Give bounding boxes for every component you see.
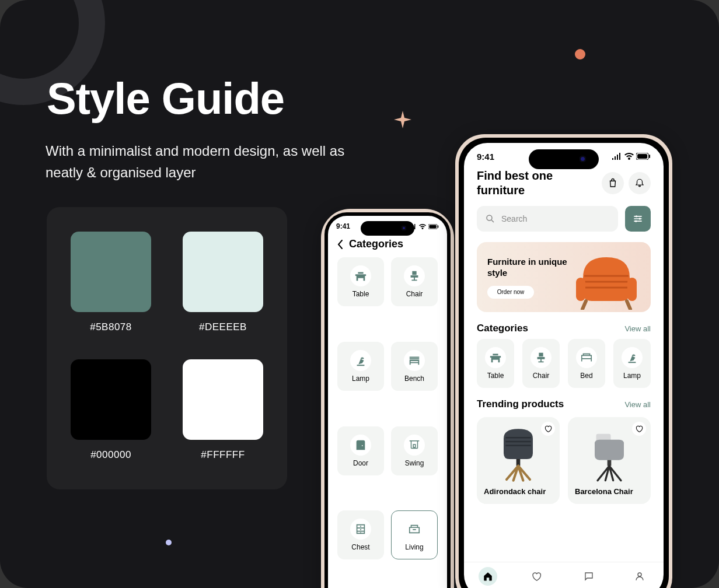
sparkle-icon xyxy=(394,111,411,128)
swatch-color xyxy=(183,232,263,312)
notifications-button[interactable] xyxy=(629,172,651,194)
dynamic-island xyxy=(529,149,599,169)
chair-icon xyxy=(535,351,547,364)
home-heading: Find best one furniture xyxy=(477,169,570,198)
cat-bed[interactable]: Bed xyxy=(568,339,605,388)
cat-bench[interactable]: Bench xyxy=(391,342,438,391)
cat-table[interactable]: Table xyxy=(337,257,384,306)
product-name: Barcelona Chair xyxy=(575,487,633,496)
armchair-illustration xyxy=(566,246,647,310)
cat-label: Chest xyxy=(351,543,369,551)
trending-viewall-link[interactable]: View all xyxy=(624,400,651,409)
table-icon xyxy=(354,270,367,282)
swatch-4: #FFFFFF xyxy=(181,359,265,465)
svg-point-8 xyxy=(639,218,641,219)
search-placeholder: Search xyxy=(501,214,527,223)
category-row: Table Chair Bed Lamp xyxy=(464,339,664,388)
heart-icon xyxy=(531,571,542,582)
svg-point-6 xyxy=(487,215,492,220)
product-image xyxy=(580,424,638,482)
cat-label: Lamp xyxy=(623,372,641,380)
cat-swing[interactable]: Swing xyxy=(391,426,438,475)
cat-table[interactable]: Table xyxy=(477,339,514,388)
cat-label: Bed xyxy=(580,372,592,380)
wifi-icon xyxy=(624,153,634,160)
swatch-2: #DEEEEB xyxy=(181,232,265,337)
filter-button[interactable] xyxy=(625,206,651,232)
cat-label: Bench xyxy=(404,374,424,383)
cat-lamp[interactable]: Lamp xyxy=(337,342,384,391)
nav-home[interactable]: Home xyxy=(479,567,497,589)
header-title: Categories xyxy=(349,238,403,250)
favorite-button[interactable] xyxy=(632,422,646,436)
search-icon xyxy=(485,214,495,224)
cat-chair[interactable]: Chair xyxy=(522,339,560,388)
product-card[interactable]: Barcelona Chair xyxy=(568,417,651,504)
svg-point-7 xyxy=(636,215,637,217)
swatch-label: #FFFFFF xyxy=(201,449,245,461)
cellular-icon xyxy=(612,153,622,160)
cat-label: Door xyxy=(353,459,368,467)
cat-chest[interactable]: Chest xyxy=(337,510,384,559)
product-list: Adirondack chair Barcelona Chair xyxy=(464,415,664,506)
battery-icon xyxy=(636,153,651,160)
svg-rect-2 xyxy=(438,225,438,228)
header: Categories xyxy=(328,233,447,255)
cat-lamp[interactable]: Lamp xyxy=(613,339,651,388)
nav-messages[interactable]: Messages xyxy=(575,567,602,589)
cat-door[interactable]: Door xyxy=(337,426,384,475)
favorite-button[interactable] xyxy=(541,422,555,436)
svg-rect-10 xyxy=(576,278,585,301)
page-title: Style Guide xyxy=(47,73,284,124)
banner-cta[interactable]: Order now xyxy=(487,286,534,299)
product-name: Adirondack chair xyxy=(484,487,546,496)
bottom-nav: Home Favorite Messages Profile xyxy=(464,562,664,588)
swatch-3: #000000 xyxy=(69,359,153,465)
categories-viewall-link[interactable]: View all xyxy=(624,324,651,333)
deco-dot-orange xyxy=(575,49,585,60)
swatch-label: #DEEEEB xyxy=(199,321,247,333)
sliders-icon xyxy=(632,213,644,225)
cat-label: Chair xyxy=(406,290,423,298)
back-icon[interactable] xyxy=(337,240,343,249)
chat-icon xyxy=(584,571,594,582)
lamp-icon xyxy=(626,351,638,364)
nav-profile[interactable]: Profile xyxy=(630,567,649,589)
phone-home: 9:41 Find best one furniture xyxy=(455,134,672,588)
stage: Style Guide With a minimalist and modern… xyxy=(0,0,719,588)
cat-living[interactable]: Living xyxy=(391,510,438,559)
cat-label: Swing xyxy=(405,459,424,467)
product-card[interactable]: Adirondack chair xyxy=(477,417,560,504)
svg-rect-4 xyxy=(637,154,647,159)
cat-label: Table xyxy=(352,290,369,298)
svg-point-9 xyxy=(635,220,637,222)
banner-title: Furniture in unique style xyxy=(487,256,575,279)
category-grid: Table Chair Lamp Bench Door xyxy=(328,255,447,588)
user-icon xyxy=(634,571,645,582)
svg-rect-5 xyxy=(649,155,650,158)
cart-button[interactable] xyxy=(602,172,624,194)
swatch-color xyxy=(71,232,151,312)
status-time: 9:41 xyxy=(477,152,494,162)
dynamic-island xyxy=(361,221,414,236)
page-subtitle: With a minimalist and modern design, as … xyxy=(46,140,349,183)
svg-rect-11 xyxy=(627,278,637,301)
deco-dot-lilac xyxy=(166,540,172,545)
wifi-icon xyxy=(419,224,426,229)
home-icon xyxy=(483,571,493,582)
swatch-color xyxy=(183,359,263,440)
palette-card: #5B8078 #DEEEEB #000000 #FFFFFF xyxy=(47,207,287,489)
promo-banner[interactable]: Furniture in unique style Order now xyxy=(477,242,651,312)
nav-favorite[interactable]: Favorite xyxy=(526,567,547,589)
search-input[interactable]: Search xyxy=(477,206,618,232)
cat-label: Lamp xyxy=(352,374,369,383)
table-icon xyxy=(489,351,502,364)
bed-icon xyxy=(580,351,593,364)
lamp-icon xyxy=(354,354,367,367)
swatch-1: #5B8078 xyxy=(69,232,153,337)
swatch-label: #000000 xyxy=(90,449,131,461)
svg-rect-1 xyxy=(429,225,436,228)
cat-chair[interactable]: Chair xyxy=(391,257,438,306)
battery-icon xyxy=(428,224,439,229)
swatch-label: #5B8078 xyxy=(90,321,132,333)
